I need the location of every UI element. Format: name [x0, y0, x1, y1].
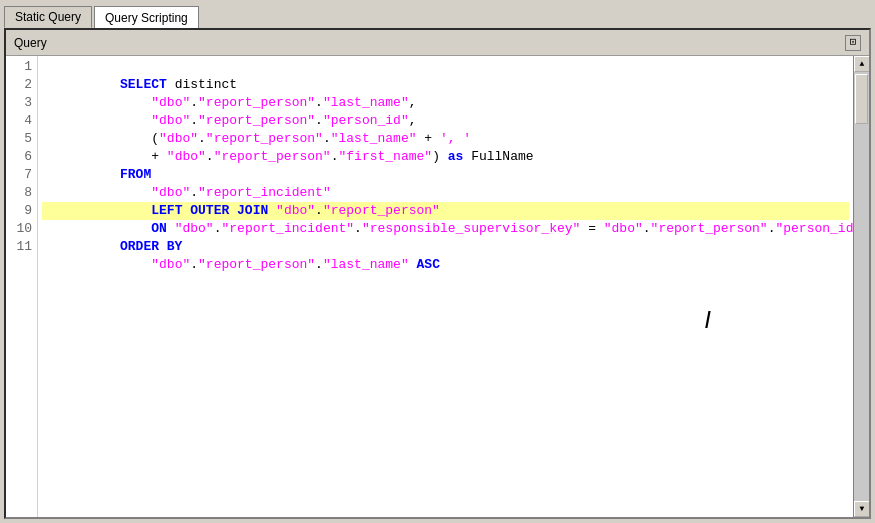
- expand-button[interactable]: ⊡: [845, 35, 861, 51]
- text-cursor: I: [704, 308, 711, 332]
- expand-icon: ⊡: [850, 37, 857, 48]
- kw: SELECT: [120, 77, 167, 92]
- tab-bar: Static Query Query Scripting: [0, 0, 875, 28]
- code-line-7: "dbo"."report_incident": [42, 166, 849, 184]
- scroll-up-arrow: ▲: [860, 60, 865, 68]
- line-num: 5: [24, 130, 32, 148]
- scrollbar-thumb[interactable]: [855, 74, 868, 124]
- line-num: 9: [24, 202, 32, 220]
- editor-area: 1 2 3 4 5 6 7 8 9 10 11 SELECT distinct: [6, 56, 869, 517]
- code-line-1: SELECT distinct: [42, 58, 849, 76]
- scrollbar-vertical[interactable]: ▲ ▼: [853, 56, 869, 517]
- query-header: Query ⊡: [6, 30, 869, 56]
- line-num: 10: [16, 220, 32, 238]
- scrollbar-track[interactable]: [854, 72, 869, 501]
- line-num: 11: [16, 238, 32, 256]
- tab-query-scripting[interactable]: Query Scripting: [94, 6, 199, 28]
- scroll-down-button[interactable]: ▼: [854, 501, 869, 517]
- line-numbers: 1 2 3 4 5 6 7 8 9 10 11: [6, 56, 38, 517]
- main-panel: Query ⊡ 1 2 3 4 5 6 7 8 9 10 11: [4, 28, 871, 519]
- line-num: 8: [24, 184, 32, 202]
- tab-static-query[interactable]: Static Query: [4, 6, 92, 28]
- line-num: 4: [24, 112, 32, 130]
- line-num: 3: [24, 94, 32, 112]
- scroll-up-button[interactable]: ▲: [854, 56, 869, 72]
- app-container: Static Query Query Scripting Query ⊡ 1 2…: [0, 0, 875, 523]
- line-num: 2: [24, 76, 32, 94]
- scroll-down-arrow: ▼: [860, 505, 865, 513]
- line-num: 6: [24, 148, 32, 166]
- line-num: 1: [24, 58, 32, 76]
- code-editor[interactable]: SELECT distinct "dbo"."report_person"."l…: [38, 56, 853, 517]
- query-label: Query: [14, 36, 47, 50]
- line-num: 7: [24, 166, 32, 184]
